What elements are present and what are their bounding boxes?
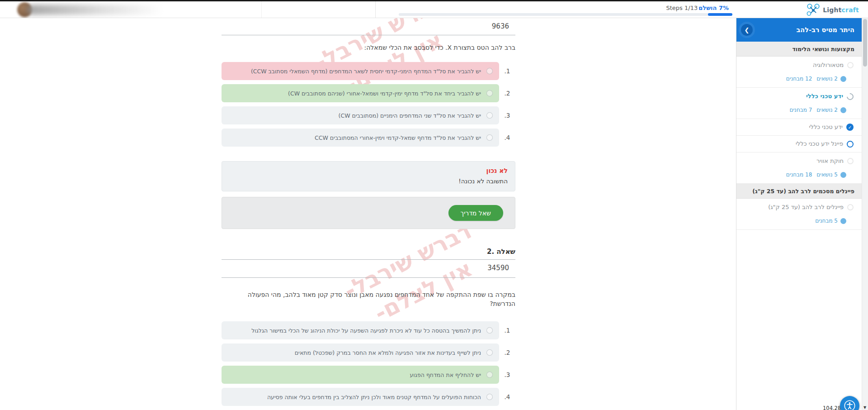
sidebar-item-label: מטאורולוגיה [813,61,844,69]
tests-badge: 5 מבחנים [815,218,846,224]
scrollbar-thumb[interactable] [863,19,867,67]
badge-dot-icon [840,76,846,82]
circle-empty-icon [847,158,854,164]
sidebar-item-general-technical[interactable]: ידע טכני כללי 2 נושאים 7 מבחנים [736,88,862,119]
circle-empty-icon [847,62,854,68]
progress-bar [399,13,732,16]
sidebar-item-air-law[interactable]: חוקת אוויר 5 נושאים 18 מבחנים [736,153,862,184]
topbar-divider [375,1,376,18]
answer-option-correct[interactable]: יש להגביר ביחד את סל"ד מדחף ימין-קדמי וש… [222,84,499,102]
circle-outline-icon [847,141,854,148]
check-circle-icon [846,124,854,131]
answer-row: 4. הכוחות הפועלים על המדחף קטנים מאוד ול… [222,388,515,406]
answer-option[interactable]: הכוחות הפועלים על המדחף קטנים מאוד ולכן … [222,388,499,406]
circle-empty-icon [847,204,854,210]
question-column: 9636 ברב להב הטס בתצורת X. כדי לסבסב את … [222,18,515,410]
brand-text: Lightcraft [823,6,859,14]
sidebar-item-label: חוקת אוויר [816,157,844,165]
radio-icon[interactable] [486,134,493,141]
in-progress-ring-icon [845,91,855,101]
completed-label: 7% הושלם [698,5,729,11]
ask-instructor-button[interactable]: שאל מדריך [448,205,503,221]
radio-icon[interactable] [486,327,493,334]
answer-row: 1. ניתן להמשיך בהטסה כל עוד לא ניכרת לפג… [222,321,515,339]
divider [222,277,515,278]
accessibility-icon [844,400,856,410]
sidebar-item-label: פיינל ידע טכני כללי [796,140,843,148]
sidebar-header: היתר מטיס רב-להב [736,18,862,42]
topics-badge: 2 נושאים [816,107,846,113]
divider [222,259,515,260]
sidebar-item-final-general-technical[interactable]: פיינל ידע טכני כללי [736,136,862,153]
answer-option[interactable]: יש להגביר את סל"ד מדחף שמאל-קדמי וימין-א… [222,129,499,147]
scrollbar-down-arrow-icon[interactable] [863,405,866,410]
steps-label: Steps 1/13 [666,5,698,11]
sidebar-item-general-technical-done[interactable]: ידע טכני כללי [736,119,862,136]
item-badges: 5 מבחנים [741,211,854,225]
answer-text: יש להגביר את סל"ד המדחף הימני-קדמי יחסית… [251,68,481,75]
app-window: Steps 1/13 7% הושלם Lightcraft דברש שירב… [0,0,868,410]
answer-row: 3. יש להחליף את המדחף הפגוע [222,366,515,384]
answer-option[interactable]: יש להגביר את סל"ד שני המדחפים הימניים (מ… [222,106,499,124]
radio-icon[interactable] [486,372,493,378]
course-title: היתר מטיס רב-להב [796,26,854,33]
sidebar-section-header: פיינלים מסכמים לרב להב (עד 25 ק"ג) [736,184,862,199]
question1-id: 9636 [222,22,509,31]
sidebar-item-meteorology[interactable]: מטאורולוגיה 2 נושאים 12 מבחנים [736,57,862,88]
topics-badge: 5 נושאים [816,172,846,178]
sidebar-item-label: ידע טכני כללי [806,92,843,100]
badge-dot-icon [840,107,846,113]
item-badges: 2 נושאים 12 מבחנים [741,69,854,83]
tests-badge: 18 מבחנים [786,172,812,178]
question1-answers: 1. יש להגביר את סל"ד המדחף הימני-קדמי יח… [222,62,515,147]
badge-dot-icon [840,172,846,178]
sidebar-item-finals-multirotor[interactable]: פיינלים לרב להב (עד 25 ק"ג) 5 מבחנים [736,199,862,230]
answer-number: 2. [499,84,515,102]
answer-text: יש להגביר את סל"ד שני המדחפים הימניים (מ… [339,112,481,119]
radio-icon[interactable] [486,90,493,96]
answer-option-correct[interactable]: יש להחליף את המדחף הפגוע [222,366,499,384]
progress-status: Steps 1/13 7% הושלם [666,5,729,11]
top-bar: Steps 1/13 7% הושלם Lightcraft [0,1,868,18]
answer-option-wrong[interactable]: יש להגביר את סל"ד המדחף הימני-קדמי יחסית… [222,62,499,80]
answer-text: יש להגביר את סל"ד מדחף שמאל-קדמי וימין-א… [315,134,481,141]
blurred-username [27,5,163,15]
answer-text: הכוחות הפועלים על המדחף קטנים מאוד ולכן … [267,394,481,400]
answer-number: 3. [499,106,515,124]
answer-number: 1. [499,62,515,80]
answer-row: 2. יש להגביר ביחד את סל"ד מדחף ימין-קדמי… [222,84,515,102]
answer-row: 2. ניתן לשייף בעדינות את אזור הפגיעה ולמ… [222,343,515,362]
progress-bar-fill [708,13,732,16]
feedback-box: לא נכון התשובה לא נכונה! [222,161,515,191]
brand-text-light: Light [823,6,841,14]
question2-answers: 1. ניתן להמשיך בהטסה כל עוד לא ניכרת לפג… [222,321,515,406]
collapse-sidebar-chevron-icon[interactable] [741,24,753,36]
radio-icon[interactable] [486,349,493,356]
answer-option[interactable]: ניתן לשייף בעדינות את אזור הפגיעה ולמלא … [222,343,499,362]
badge-dot-icon [840,218,846,224]
answer-row: 4. יש להגביר את סל"ד מדחף שמאל-קדמי וימי… [222,129,515,147]
question2-text: במקרה בו שפת ההתקפה של אחד המדחפים נפגעה… [222,290,515,308]
answer-row: 1. יש להגביר את סל"ד המדחף הימני-קדמי יח… [222,62,515,80]
answer-text: ניתן להמשיך בהטסה כל עוד לא ניכרת לפגיעה… [251,327,481,334]
answer-number: 4. [499,388,515,406]
answer-number: 3. [499,366,515,384]
answer-row: 3. יש להגביר את סל"ד שני המדחפים הימניים… [222,106,515,124]
tests-badge: 12 מבחנים [786,76,812,82]
drone-icon [806,3,821,17]
radio-icon[interactable] [486,68,493,74]
item-badges: 2 נושאים 7 מבחנים [741,100,854,114]
brand-text-craft: craft [842,6,859,14]
radio-icon[interactable] [486,112,493,119]
answer-option[interactable]: ניתן להמשיך בהטסה כל עוד לא ניכרת לפגיעה… [222,321,499,339]
tests-badge: 7 מבחנים [789,107,812,113]
question2-id: 34590 [222,263,509,272]
answer-number: 4. [499,129,515,147]
radio-icon[interactable] [486,394,493,400]
topbar-divider [261,1,262,18]
topics-badge: 2 נושאים [816,76,846,82]
feedback-text: התשובה לא נכונה! [229,177,508,185]
lightcraft-logo: Lightcraft [806,2,859,18]
item-badges: 5 נושאים 18 מבחנים [741,165,854,179]
page-scrollbar[interactable] [862,18,868,410]
